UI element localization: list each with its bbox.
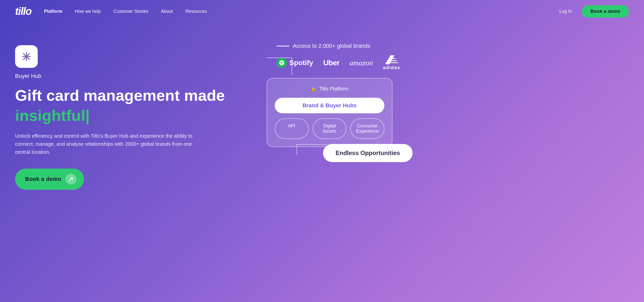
platform-card: 🔒 Tillo Platform Brand & Buyer Hubs API … <box>267 78 392 147</box>
buyer-hub-label: Buyer Hub <box>15 73 242 79</box>
consumer-experience-button[interactable]: Consumer Experience <box>350 118 384 139</box>
adidas-logo: adidas <box>383 55 400 70</box>
brand-buyer-hubs-button[interactable]: Brand & Buyer Hubs <box>275 98 384 113</box>
nav-link-customer-stories[interactable]: Customer Stories <box>113 9 148 14</box>
platform-card-header: 🔒 Tillo Platform <box>275 86 384 92</box>
cta-arrow-icon <box>65 174 76 185</box>
buyer-hub-icon <box>15 45 38 68</box>
hero-title: Gift card management made <box>15 87 242 104</box>
platform-card-wrapper: 🔒 Tillo Platform Brand & Buyer Hubs API … <box>262 78 392 155</box>
cta-button-text: Book a demo <box>25 176 61 182</box>
brands-access-text: Access to 2,000+ global brands <box>293 43 370 49</box>
nav-link-about[interactable]: About <box>161 9 173 14</box>
hero-cta: Book a demo <box>15 169 242 190</box>
hero-book-demo-button[interactable]: Book a demo <box>15 169 84 190</box>
hero-right: Access to 2,000+ global brands Spotify U… <box>242 38 629 302</box>
hero-section: Buyer Hub Gift card management made insi… <box>0 23 644 302</box>
hero-left: Buyer Hub Gift card management made insi… <box>15 38 242 302</box>
nav-link-platform[interactable]: Platform <box>44 9 62 14</box>
hero-title-animated: insightful| <box>15 107 242 124</box>
digital-assets-button[interactable]: Digital Assets <box>313 118 347 139</box>
nav-right: Log In Book a demo <box>559 5 629 18</box>
connection-line-endless <box>277 139 327 157</box>
nav-links: Platform How we help Customer Stories Ab… <box>44 9 559 14</box>
brands-line-decoration <box>277 46 289 46</box>
svg-rect-8 <box>387 60 397 61</box>
svg-rect-9 <box>388 58 395 59</box>
amazon-logo: amazon <box>349 59 373 67</box>
platform-sub-buttons: API Digital Assets Consumer Experience <box>275 118 384 139</box>
adidas-text: adidas <box>383 65 400 70</box>
connection-lines-top <box>254 53 304 80</box>
platform-card-title: Tillo Platform <box>319 86 348 92</box>
nav-link-resources[interactable]: Resources <box>185 9 207 14</box>
hero-description: Unlock efficiency and control with Tillo… <box>15 132 204 156</box>
nav-book-demo-button[interactable]: Book a demo <box>582 5 629 18</box>
login-link[interactable]: Log In <box>559 9 572 14</box>
logo[interactable]: tillo <box>15 5 31 17</box>
navigation: tillo Platform How we help Customer Stor… <box>0 0 644 23</box>
uber-logo: Uber <box>323 59 339 67</box>
svg-point-4 <box>25 56 27 58</box>
svg-rect-7 <box>385 62 398 63</box>
endless-opportunities-card: Endless Opportunities <box>323 144 413 162</box>
api-button[interactable]: API <box>275 118 309 139</box>
brands-header: Access to 2,000+ global brands <box>277 43 370 49</box>
nav-link-how-we-help[interactable]: How we help <box>75 9 101 14</box>
lock-icon: 🔒 <box>311 86 316 92</box>
